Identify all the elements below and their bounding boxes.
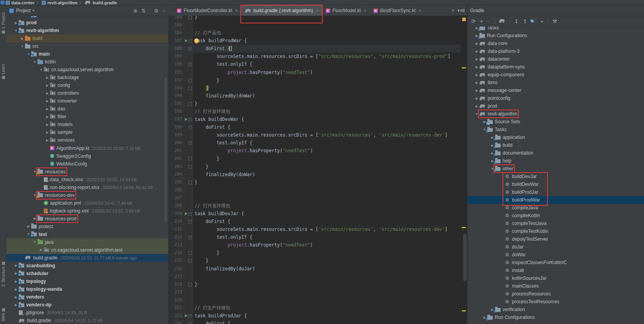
fold-end-icon[interactable] (188, 283, 192, 286)
code-line[interactable]: 208// 打开发环境包 (168, 202, 460, 210)
chevron-expanded-icon[interactable]: ▼ (20, 45, 25, 48)
chevron-collapsed-icon[interactable]: ▶ (474, 97, 479, 100)
expand-all-icon[interactable]: ↧ (514, 18, 519, 24)
project-tree-row[interactable]: ▶filter (7, 113, 168, 121)
gradle-tree-row[interactable]: ⚙buildProdWar (467, 196, 644, 204)
project-tree-row[interactable]: CSwagger2Config (7, 152, 168, 160)
code-line[interactable]: 186// 打产品包 (168, 29, 460, 37)
code-line[interactable]: 214 } (168, 249, 460, 257)
settings-icon[interactable]: ⚙ (154, 8, 159, 14)
chevron-collapsed-icon[interactable]: ▶ (45, 84, 50, 87)
breadcrumb-item[interactable]: build.gradle (85, 0, 117, 5)
project-tree-row[interactable]: ▶converter (7, 97, 168, 105)
project-tree-row[interactable]: ▶backstage (7, 74, 168, 81)
chevron-collapsed-icon[interactable]: ▶ (474, 73, 479, 77)
gradle-tree-row[interactable]: ⚙depolyTestServer (467, 235, 644, 243)
editor-tab[interactable]: KFloorModel.kt× (322, 5, 370, 16)
code-line[interactable]: 213 project.hasProperty("needTest") (168, 241, 460, 249)
code-line[interactable]: 205} (168, 178, 460, 186)
code-line[interactable]: 211 sourceSets.main.resources.srcDirs = … (168, 225, 460, 233)
chevron-expanded-icon[interactable]: ▼ (474, 112, 479, 116)
project-tree-row[interactable]: ▶config (7, 81, 168, 89)
tool-window-button[interactable]: 2: Structure (0, 262, 7, 287)
code-line[interactable]: 198− doFirst { (168, 123, 460, 131)
fold-collapse-icon[interactable]: − (188, 126, 192, 129)
project-tree-row[interactable]: ▶models (7, 121, 168, 128)
project-tree-row[interactable]: ▼ (7, 16, 168, 19)
run-task-icon[interactable] (185, 39, 188, 42)
project-tree-row[interactable]: ▶sample (7, 128, 168, 136)
chevron-collapsed-icon[interactable]: ▶ (38, 248, 44, 252)
close-icon[interactable]: × (451, 8, 454, 13)
tool-window-button[interactable]: Web (0, 308, 7, 321)
project-tree-row[interactable]: ▶scheduler (7, 270, 168, 277)
fold-collapse-icon[interactable]: − (188, 141, 192, 145)
chevron-down-icon[interactable]: ▾ (32, 9, 34, 13)
code-line[interactable]: 207 (168, 194, 460, 202)
project-tree-row[interactable]: CWebMvcConfg (7, 160, 168, 168)
project-tree-row[interactable]: ▼cn.sagacloud.server.algorithm (7, 66, 168, 74)
fold-collapse-icon[interactable]: − (188, 118, 192, 121)
fold-end-icon[interactable] (188, 259, 192, 263)
gradle-tree-row[interactable]: ▶⚙documentation (467, 149, 644, 157)
tool-window-button[interactable]: Learn (0, 64, 7, 79)
gradle-tree-row[interactable]: ⚙inspectClassesForKotlinIC (467, 259, 644, 266)
chevron-expanded-icon[interactable]: ▼ (38, 68, 44, 72)
project-tree-row[interactable]: ▶services (7, 136, 168, 144)
fold-end-icon[interactable] (188, 181, 192, 184)
project-tree-row[interactable]: ▶build (7, 34, 168, 42)
fold-end-icon[interactable] (188, 86, 192, 90)
fold-collapse-icon[interactable]: − (188, 236, 192, 239)
gradle-tree-row[interactable]: ⚙compileKotlin (467, 212, 644, 220)
chevron-collapsed-icon[interactable]: ▶ (474, 65, 479, 69)
gradle-tree-row[interactable]: ⚙buildProdJar (467, 188, 644, 196)
fold-end-icon[interactable] (188, 16, 192, 19)
project-tree-row[interactable]: application.yml2020/6/16 10:41, 7.46 kB (7, 199, 168, 207)
fold-end-icon[interactable] (188, 102, 192, 106)
code-line[interactable]: 223− doFirst { (168, 320, 460, 324)
gradle-tree-row[interactable]: ▼⚙Tasks (467, 126, 644, 133)
code-line[interactable]: 187−task buildProdWar { (168, 37, 460, 45)
chevron-collapsed-icon[interactable]: ▶ (474, 42, 479, 45)
fold-collapse-icon[interactable]: − (188, 220, 192, 223)
collapse-all-icon[interactable]: ⇅ (141, 8, 146, 14)
chevron-collapsed-icon[interactable]: ▶ (474, 89, 479, 92)
fold-end-icon[interactable] (188, 251, 192, 255)
project-tree-row[interactable]: ?non-blocking-report.xlsx2020/5/13 14:58… (7, 184, 168, 191)
gradle-tree-row[interactable]: ⚙doWar (467, 251, 644, 259)
run-task-icon[interactable] (185, 118, 188, 121)
chevron-collapsed-icon[interactable]: ▶ (45, 139, 50, 142)
build-tool-settings-icon[interactable]: ⚒ (553, 18, 557, 24)
code-line[interactable]: 195} (168, 100, 460, 108)
hide-icon[interactable]: − (162, 8, 165, 14)
add-icon[interactable]: + (480, 18, 483, 24)
gradle-tree-row[interactable]: ▶⚙Tasks (467, 27, 644, 32)
chevron-collapsed-icon[interactable]: ▶ (45, 99, 50, 103)
gradle-tree-row[interactable]: ▼revit-algorithm (467, 110, 644, 118)
collapse-all-icon[interactable]: ↥ (523, 18, 527, 24)
editor-tab[interactable]: KBindFloorSync.kt× (370, 5, 425, 16)
project-tree-row[interactable]: ▶venders (7, 293, 168, 301)
code-line[interactable]: 201 project.hasProperty("needTest") (168, 147, 460, 155)
gradle-tree-row[interactable]: ▶⚙build (467, 141, 644, 149)
gradle-tree-row[interactable]: ▶message-center (467, 86, 644, 94)
run-task-icon[interactable] (185, 212, 188, 215)
code-line[interactable]: 193 } (168, 84, 460, 92)
project-tree-row[interactable]: ▶controllers (7, 89, 168, 97)
code-line[interactable]: 185 (168, 21, 460, 29)
gradle-tree-row[interactable]: ▶pointconfig (467, 94, 644, 102)
chevron-collapsed-icon[interactable]: ▶ (474, 81, 479, 85)
gradle-elephant-icon[interactable] (499, 18, 505, 24)
chevron-collapsed-icon[interactable]: ▶ (474, 104, 479, 108)
hidden-tabs-dropdown[interactable]: ▾≡6 (457, 8, 465, 13)
gradle-tree-row[interactable]: ▶Source Sets (467, 118, 644, 126)
code-line[interactable]: 202 } (168, 155, 460, 162)
gradle-tree-row[interactable]: ▶data-platform-3 (467, 47, 644, 55)
project-tree-row[interactable]: ▶scanbuilding (7, 262, 168, 270)
gradle-tree-row[interactable]: ▶⚙verification (467, 306, 644, 313)
gradle-tree-row[interactable]: ⚙install (467, 266, 644, 274)
gradle-tree-row[interactable]: ▶⚙help (467, 157, 644, 165)
code-line[interactable]: 191 project.hasProperty("needTest") (168, 68, 460, 76)
project-tree-row[interactable]: ?data_check.xlsx2020/1/10 10:32, 14.94 k… (7, 176, 168, 184)
gradle-tree-row[interactable]: ▶⚙Run Configurations (467, 32, 644, 40)
